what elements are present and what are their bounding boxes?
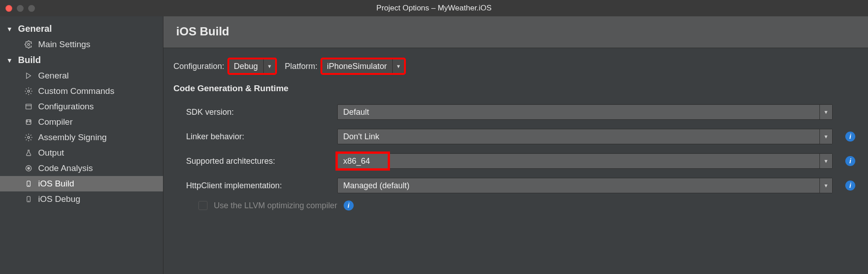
sidebar-item-configurations[interactable]: Configurations	[0, 99, 163, 114]
select-value: Managed (default)	[338, 181, 819, 191]
sidebar-item-ios-build[interactable]: iOS Build	[0, 176, 163, 191]
sidebar-item-label: iOS Debug	[38, 194, 80, 204]
sidebar-item-label: Assembly Signing	[38, 132, 107, 142]
sidebar-item-compiler[interactable]: Compiler	[0, 114, 163, 130]
sidebar-item-code-analysis[interactable]: Code Analysis	[0, 161, 163, 176]
sidebar-category-general[interactable]: ▼ General	[0, 21, 163, 37]
arch-label: Supported architectures:	[173, 157, 330, 166]
arch-select[interactable]: x86_64 ▼	[337, 153, 833, 169]
sidebar-item-custom-commands[interactable]: Custom Commands	[0, 83, 163, 99]
sidebar-item-label: Compiler	[38, 117, 73, 127]
info-icon[interactable]: i	[845, 181, 855, 191]
chip-icon	[24, 118, 34, 126]
sidebar-category-build[interactable]: ▼ Build	[0, 52, 163, 68]
linker-select[interactable]: Don't Link ▼	[337, 129, 833, 144]
window-controls	[0, 5, 35, 12]
section-title: Code Generation & Runtime	[163, 78, 868, 97]
sdk-label: SDK version:	[173, 108, 330, 117]
minimize-button[interactable]	[17, 5, 24, 12]
select-value: Default	[338, 108, 819, 117]
chevron-down-icon: ▼	[819, 154, 832, 168]
chevron-down-icon: ▼	[819, 129, 832, 144]
linker-label: Linker behavior:	[173, 132, 330, 142]
llvm-checkbox[interactable]	[198, 201, 207, 210]
httpclient-label: HttpClient implementation:	[173, 181, 330, 191]
sidebar-item-general[interactable]: General	[0, 68, 163, 83]
close-button[interactable]	[5, 5, 12, 12]
flask-icon	[24, 149, 34, 157]
sidebar-item-label: General	[38, 71, 69, 81]
gear-icon	[24, 87, 34, 95]
svg-marker-1	[26, 73, 30, 78]
main-content: iOS Build Configuration: Debug ▼ Platfor…	[163, 16, 868, 274]
linker-row: Linker behavior: Don't Link ▼ i	[173, 124, 855, 149]
chevron-down-icon: ▼	[263, 59, 275, 73]
chevron-down-icon: ▼	[6, 57, 13, 64]
sidebar-item-output[interactable]: Output	[0, 145, 163, 161]
phone-icon	[24, 179, 34, 188]
dropdown-value: iPhoneSimulator	[322, 59, 392, 73]
chevron-down-icon: ▼	[819, 178, 832, 193]
select-value: Don't Link	[338, 132, 819, 142]
chevron-down-icon: ▼	[6, 25, 13, 33]
sidebar-item-label: Configurations	[38, 102, 94, 112]
content-header: iOS Build	[163, 16, 868, 48]
svg-point-5	[27, 121, 28, 122]
config-row: Configuration: Debug ▼ Platform: iPhoneS…	[163, 48, 868, 78]
sidebar-item-assembly-signing[interactable]: Assembly Signing	[0, 130, 163, 145]
play-icon	[24, 72, 34, 79]
sidebar-item-label: Output	[38, 148, 64, 158]
window-title: Project Options – MyWeather.iOS	[376, 4, 492, 13]
chevron-down-icon: ▼	[392, 59, 404, 73]
category-label: General	[18, 24, 52, 34]
httpclient-select[interactable]: Managed (default) ▼	[337, 178, 833, 193]
configuration-label: Configuration:	[173, 62, 224, 71]
sidebar: ▼ General Main Settings ▼ Build General	[0, 16, 163, 274]
arch-row: Supported architectures: x86_64 ▼ i	[173, 149, 855, 173]
sdk-row: SDK version: Default ▼ i	[173, 100, 855, 124]
svg-point-2	[28, 90, 30, 93]
svg-rect-3	[26, 104, 31, 109]
sidebar-item-label: Code Analysis	[38, 163, 93, 173]
dropdown-value: Debug	[229, 59, 263, 73]
chevron-down-icon: ▼	[819, 105, 832, 119]
sidebar-item-label: iOS Build	[38, 179, 74, 189]
maximize-button[interactable]	[28, 5, 35, 12]
category-label: Build	[18, 55, 41, 65]
info-icon[interactable]: i	[344, 201, 354, 210]
info-icon[interactable]: i	[845, 132, 855, 142]
svg-point-0	[28, 44, 30, 46]
svg-point-6	[30, 121, 31, 122]
gear-icon	[24, 40, 34, 49]
sidebar-item-label: Custom Commands	[38, 86, 114, 96]
configuration-dropdown[interactable]: Debug ▼	[229, 59, 276, 73]
window-icon	[24, 103, 34, 110]
platform-label: Platform:	[285, 62, 317, 71]
select-value: x86_64	[338, 157, 819, 166]
svg-point-8	[28, 137, 30, 139]
info-icon[interactable]: i	[845, 156, 855, 166]
sidebar-item-label: Main Settings	[38, 39, 90, 49]
sdk-select[interactable]: Default ▼	[337, 104, 833, 120]
httpclient-row: HttpClient implementation: Managed (defa…	[173, 173, 855, 198]
page-title: iOS Build	[176, 24, 855, 39]
platform-dropdown[interactable]: iPhoneSimulator ▼	[322, 59, 404, 73]
llvm-checkbox-row: Use the LLVM optimizing compiler i	[173, 201, 855, 210]
gear-icon	[24, 133, 34, 142]
sidebar-item-main-settings[interactable]: Main Settings	[0, 37, 163, 52]
target-icon	[24, 164, 34, 172]
sidebar-item-ios-debug[interactable]: iOS Debug	[0, 191, 163, 207]
phone-icon	[24, 195, 34, 204]
titlebar: Project Options – MyWeather.iOS	[0, 0, 868, 16]
svg-point-10	[28, 167, 30, 170]
llvm-checkbox-label: Use the LLVM optimizing compiler	[214, 201, 337, 210]
